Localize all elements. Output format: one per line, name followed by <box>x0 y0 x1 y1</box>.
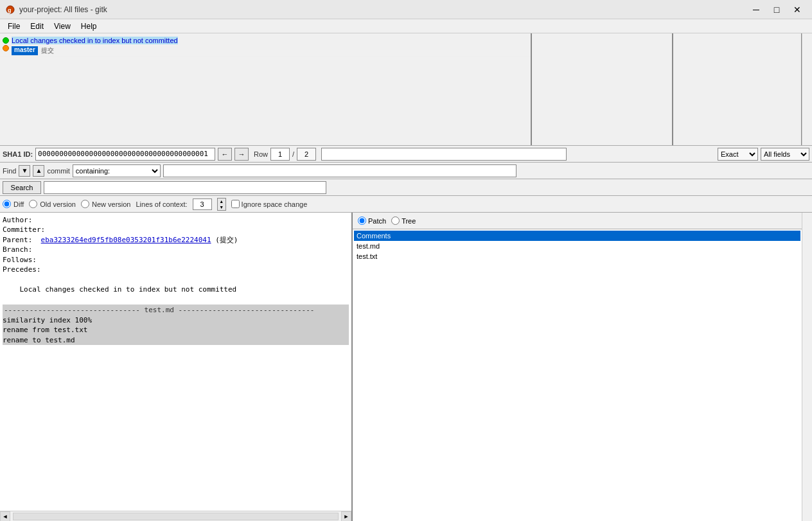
diff-radio[interactable] <box>3 200 11 208</box>
commit-tags: master 提交 <box>12 46 528 55</box>
minimize-button[interactable]: ─ <box>746 3 766 16</box>
tag-master: master <box>12 46 38 55</box>
spinner-up[interactable]: ▲ <box>218 199 225 204</box>
patch-radio-group: Patch <box>358 216 386 225</box>
view-bar: Diff Old version New version Lines of co… <box>0 196 812 213</box>
list-item[interactable]: test.md <box>354 241 800 251</box>
right-panel-wrapper: Patch Tree Comments test.md test. <box>353 213 812 521</box>
patch-tree-content[interactable]: Comments test.md test.txt <box>353 229 802 521</box>
diff-radio-label[interactable]: Diff <box>13 200 24 208</box>
context-label: Lines of context: <box>136 200 187 208</box>
svg-text:g: g <box>8 7 12 13</box>
find-commit-label: commit <box>47 167 69 175</box>
tree-radio-group: Tree <box>391 216 416 225</box>
diff-radio-group: Diff <box>3 200 24 208</box>
ignore-space-group: Ignore space change <box>231 200 308 208</box>
find-containing-select[interactable]: containing: touching paths: adding/remov… <box>73 164 161 177</box>
sha1-input[interactable] <box>35 148 215 161</box>
commit-message: Local changes checked in to index but no… <box>12 37 178 44</box>
diff-rename-from: rename from test.txt <box>3 325 349 335</box>
dot-orange-icon <box>3 45 9 51</box>
window-title: your-project: All files - gitk <box>19 5 107 14</box>
diff-precedes-line: Precedes: <box>3 265 349 274</box>
ignore-space-label[interactable]: Ignore space change <box>242 200 308 208</box>
diff-empty <box>3 274 349 284</box>
find-up-button[interactable]: ▲ <box>33 165 44 177</box>
new-version-radio[interactable] <box>81 200 89 208</box>
exact-select[interactable]: Exact IgnCase Regexp <box>718 148 758 161</box>
scroll-left-arrow[interactable]: ◄ <box>0 511 10 522</box>
main-content: Local changes checked in to index but no… <box>0 33 812 521</box>
list-item[interactable]: Comments <box>354 231 800 241</box>
diff-content[interactable]: Author: Committer: Parent: eba3233264ed9… <box>0 213 351 511</box>
row-current-input[interactable] <box>270 148 290 161</box>
tree-radio[interactable] <box>391 216 400 225</box>
diff-author-line: Author: <box>3 215 349 225</box>
scroll-right-arrow[interactable]: ► <box>341 511 351 522</box>
diff-file-header: -------------------------------- test.md… <box>3 305 349 315</box>
all-fields-select[interactable]: All fields Comments Author Committer <box>761 148 809 161</box>
find-bar: Find ▼ ▲ commit containing: touching pat… <box>0 163 812 179</box>
find-text-input[interactable] <box>163 164 516 177</box>
title-bar: g your-project: All files - gitk ─ □ ✕ <box>0 0 812 19</box>
menu-edit[interactable]: Edit <box>25 21 49 32</box>
new-version-radio-label[interactable]: New version <box>92 200 131 208</box>
sha1-fwd-button[interactable]: → <box>234 148 249 161</box>
commit-text-area: Local changes checked in to index but no… <box>12 36 528 55</box>
date-column <box>673 33 802 145</box>
parent-link[interactable]: eba3233264ed9f5fb08e0353201f31b6e2224041 <box>41 236 211 244</box>
commit-list[interactable]: Local changes checked in to index but no… <box>0 33 532 145</box>
menu-help[interactable]: Help <box>76 21 102 32</box>
maximize-button[interactable]: □ <box>767 3 786 16</box>
spinner-down[interactable]: ▼ <box>218 204 225 210</box>
diff-follows-line: Follows: <box>3 255 349 265</box>
sha1-right-input[interactable] <box>321 148 567 161</box>
diff-horizontal-scrollbar[interactable]: ◄ ► <box>0 511 351 521</box>
author-column <box>532 33 673 145</box>
dot-green-icon <box>3 37 9 44</box>
ignore-space-checkbox[interactable] <box>231 200 240 208</box>
sha1-label: SHA1 ID: <box>3 150 33 158</box>
row-total-input[interactable] <box>297 148 316 161</box>
table-row[interactable]: Local changes checked in to index but no… <box>0 33 531 57</box>
patch-tree-bar: Patch Tree <box>353 213 802 229</box>
patch-label[interactable]: Patch <box>368 217 386 225</box>
right-scrollbar[interactable] <box>802 213 812 521</box>
title-bar-left: g your-project: All files - gitk <box>5 4 107 15</box>
scroll-track[interactable] <box>13 513 339 520</box>
title-bar-controls: ─ □ ✕ <box>746 3 807 16</box>
git-icon: g <box>5 4 15 15</box>
sha1-back-button[interactable]: ← <box>218 148 232 161</box>
close-button[interactable]: ✕ <box>788 3 807 16</box>
patch-radio[interactable] <box>358 216 366 225</box>
search-bar: Search <box>0 179 812 196</box>
tag-commit: 提交 <box>40 46 55 55</box>
row-label: Row <box>254 150 268 158</box>
new-version-radio-group: New version <box>81 200 131 208</box>
diff-message: Local changes checked in to index but no… <box>3 285 349 294</box>
diff-rename-to: rename to test.md <box>3 335 349 345</box>
bottom-area: Author: Committer: Parent: eba3233264ed9… <box>0 213 812 521</box>
diff-similarity: similarity index 100% <box>3 315 349 325</box>
menu-file[interactable]: File <box>3 21 25 32</box>
list-item[interactable]: test.txt <box>354 251 800 261</box>
diff-parent-line: Parent: eba3233264ed9f5fb08e0353201f31b6… <box>3 235 349 245</box>
find-down-button[interactable]: ▼ <box>19 165 30 177</box>
tree-label[interactable]: Tree <box>402 217 416 225</box>
diff-committer-line: Committer: <box>3 225 349 234</box>
row-slash: / <box>292 150 294 158</box>
right-panel: Patch Tree Comments test.md test. <box>353 213 802 521</box>
menu-view[interactable]: View <box>49 21 76 32</box>
search-button[interactable]: Search <box>3 181 41 194</box>
search-text-input[interactable] <box>44 181 326 194</box>
menu-bar: File Edit View Help <box>0 19 812 33</box>
context-input[interactable] <box>193 199 212 210</box>
log-scrollbar[interactable] <box>802 33 812 145</box>
old-version-radio-group: Old version <box>29 200 76 208</box>
diff-empty2 <box>3 294 349 304</box>
sha1-bar: SHA1 ID: ← → Row / Exact IgnCase Regexp … <box>0 146 812 163</box>
diff-branch-line: Branch: <box>3 245 349 254</box>
old-version-radio[interactable] <box>29 200 37 208</box>
old-version-radio-label[interactable]: Old version <box>40 200 76 208</box>
context-spinner[interactable]: ▲ ▼ <box>217 198 226 211</box>
